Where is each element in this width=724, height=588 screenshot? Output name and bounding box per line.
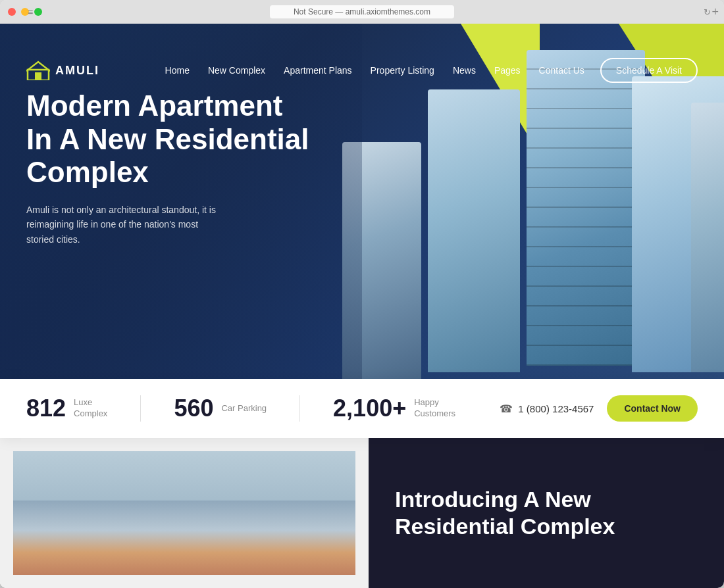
hero-content: Modern Apartment In A New Residential Co… bbox=[26, 89, 316, 247]
stat-happy-customers: 2,100+ Happy Customers bbox=[333, 395, 455, 422]
nav-links: Home New Complex Apartment Plans Propert… bbox=[165, 65, 584, 76]
stat-divider-1 bbox=[140, 395, 141, 422]
nav-news[interactable]: News bbox=[453, 65, 476, 76]
city-buildings bbox=[13, 501, 355, 575]
stat-divider-2 bbox=[299, 395, 300, 422]
nav-pages[interactable]: Pages bbox=[494, 65, 521, 76]
menu-lines-icon: ≡ bbox=[28, 7, 33, 17]
nav-home[interactable]: Home bbox=[165, 65, 190, 76]
address-bar[interactable]: Not Secure — amuli.axiomthemes.com bbox=[270, 5, 454, 18]
logo[interactable]: AMULI bbox=[26, 61, 99, 80]
bottom-left-image bbox=[0, 438, 369, 588]
hero-section: AMULI Home New Complex Apartment Plans P… bbox=[0, 24, 724, 379]
stat-number-luxe: 812 bbox=[26, 395, 66, 422]
navbar: AMULI Home New Complex Apartment Plans P… bbox=[0, 47, 724, 93]
stat-label-luxe: Luxe Complex bbox=[74, 397, 107, 420]
hero-description: Amuli is not only an architectural stand… bbox=[26, 203, 224, 247]
city-image bbox=[13, 451, 355, 575]
stat-luxe-complex: 812 Luxe Complex bbox=[26, 395, 107, 422]
mac-titlebar: ≡ Not Secure — amuli.axiomthemes.com ↻ + bbox=[0, 0, 724, 24]
building-left bbox=[428, 89, 520, 372]
stat-label-parking: Car Parking bbox=[221, 403, 267, 414]
logo-icon bbox=[26, 61, 50, 80]
phone-icon: ☎ bbox=[500, 403, 513, 415]
contact-now-button[interactable]: Contact Now bbox=[607, 395, 698, 422]
bottom-section: Introducing A New Residential Complex bbox=[0, 438, 724, 588]
mac-window: ≡ Not Secure — amuli.axiomthemes.com ↻ + bbox=[0, 0, 724, 588]
stat-number-customers: 2,100+ bbox=[333, 395, 406, 422]
stats-right: ☎ 1 (800) 123-4567 Contact Now bbox=[500, 395, 698, 422]
new-tab-icon[interactable]: + bbox=[711, 5, 719, 19]
website-content: AMULI Home New Complex Apartment Plans P… bbox=[0, 24, 724, 588]
nav-contact-us[interactable]: Contact Us bbox=[539, 65, 584, 76]
nav-apartment-plans[interactable]: Apartment Plans bbox=[284, 65, 352, 76]
phone-number: 1 (800) 123-4567 bbox=[518, 403, 594, 414]
bottom-title: Introducing A New Residential Complex bbox=[395, 486, 698, 540]
stats-bar: 812 Luxe Complex 560 Car Parking 2,100+ … bbox=[0, 379, 724, 438]
stat-number-parking: 560 bbox=[174, 395, 213, 422]
schedule-visit-button[interactable]: Schedule A Visit bbox=[600, 58, 698, 83]
hero-title: Modern Apartment In A New Residential Co… bbox=[26, 89, 316, 189]
building-main bbox=[527, 50, 645, 366]
building-far-right bbox=[691, 103, 724, 372]
stat-label-customers: Happy Customers bbox=[414, 397, 455, 420]
bottom-right-content: Introducing A New Residential Complex bbox=[369, 438, 724, 588]
address-text: Not Secure — amuli.axiomthemes.com bbox=[294, 7, 430, 16]
reload-icon[interactable]: ↻ bbox=[704, 7, 711, 17]
logo-text: AMULI bbox=[55, 64, 99, 78]
maximize-button[interactable] bbox=[34, 8, 42, 16]
close-button[interactable] bbox=[8, 8, 16, 16]
svg-rect-1 bbox=[35, 72, 41, 80]
nav-new-complex[interactable]: New Complex bbox=[208, 65, 265, 76]
stat-car-parking: 560 Car Parking bbox=[174, 395, 267, 422]
phone-link[interactable]: ☎ 1 (800) 123-4567 bbox=[500, 403, 594, 415]
nav-property-listing[interactable]: Property Listing bbox=[371, 65, 434, 76]
